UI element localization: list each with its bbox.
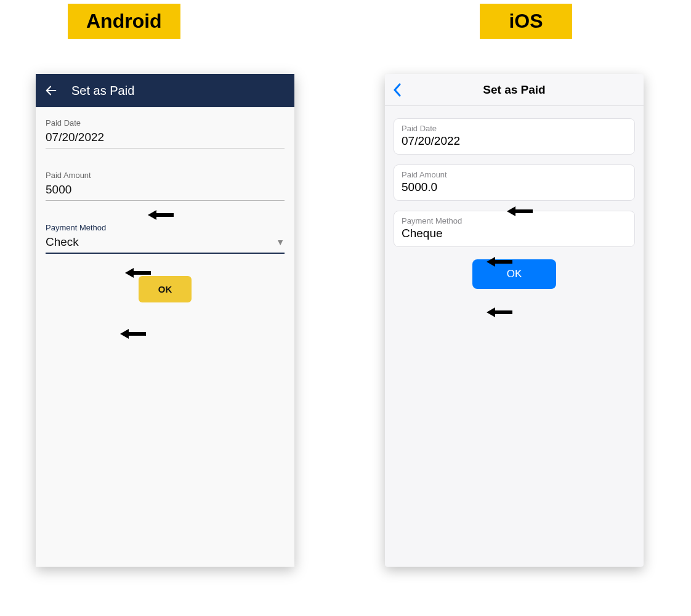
chevron-down-icon: ▼ xyxy=(276,237,285,247)
paid-amount-value: 5000.0 xyxy=(402,180,627,194)
paid-date-value: 07/20/2022 xyxy=(46,129,285,148)
paid-amount-label: Paid Amount xyxy=(402,170,627,179)
paid-amount-field[interactable]: Paid Amount 5000 xyxy=(46,171,285,201)
ios-header: Set as Paid xyxy=(385,74,644,106)
android-body: Paid Date 07/20/2022 Paid Amount 5000 Pa… xyxy=(36,107,294,314)
paid-date-field[interactable]: Paid Date 07/20/2022 xyxy=(46,118,285,148)
ok-button[interactable]: OK xyxy=(472,259,557,289)
paid-date-label: Paid Date xyxy=(46,118,285,128)
paid-date-value: 07/20/2022 xyxy=(402,134,627,148)
payment-method-value: Cheque xyxy=(402,227,627,240)
payment-method-label: Payment Method xyxy=(402,216,627,225)
back-chevron-icon[interactable] xyxy=(392,83,402,97)
ios-screen: Set as Paid Paid Date 07/20/2022 Paid Am… xyxy=(385,74,644,567)
paid-amount-label: Paid Amount xyxy=(46,171,285,180)
payment-method-value: Check ▼ xyxy=(46,234,285,254)
android-screen: Set as Paid Paid Date 07/20/2022 Paid Am… xyxy=(36,74,294,567)
ios-body: Paid Date 07/20/2022 Paid Amount 5000.0 … xyxy=(385,106,644,301)
paid-date-label: Paid Date xyxy=(402,124,627,133)
android-label: Android xyxy=(68,4,180,39)
android-title: Set as Paid xyxy=(71,84,134,98)
back-arrow-icon[interactable] xyxy=(44,84,58,97)
android-header: Set as Paid xyxy=(36,74,294,107)
paid-amount-field[interactable]: Paid Amount 5000.0 xyxy=(394,164,635,201)
payment-method-field[interactable]: Payment Method Check ▼ xyxy=(46,223,285,254)
paid-amount-value: 5000 xyxy=(46,182,285,201)
payment-method-label: Payment Method xyxy=(46,223,285,232)
payment-method-field[interactable]: Payment Method Cheque xyxy=(394,211,635,247)
ok-button[interactable]: OK xyxy=(139,276,192,302)
ios-label: iOS xyxy=(480,4,572,39)
ios-title: Set as Paid xyxy=(483,83,545,97)
paid-date-field[interactable]: Paid Date 07/20/2022 xyxy=(394,118,635,155)
